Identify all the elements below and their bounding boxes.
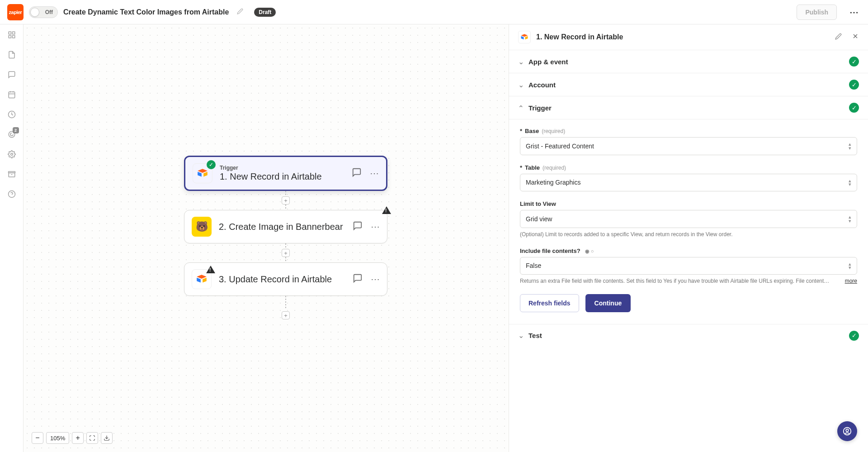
section-app-event[interactable]: ⌄ App & event ✓	[509, 50, 868, 73]
flow-node-trigger[interactable]: ✓ Trigger 1. New Record in Airtable ⋯	[184, 156, 387, 191]
panel-header: 1. New Record in Airtable	[509, 24, 868, 50]
svg-rect-2	[9, 36, 11, 38]
trigger-section-body: *Base(required) Grist - Featured Content…	[509, 119, 868, 324]
flow-node-action-1[interactable]: 🐻 2. Create Image in Bannerbear ⋯	[184, 210, 387, 243]
add-step-button[interactable]: +	[282, 311, 290, 319]
status-badge: Draft	[254, 8, 276, 17]
close-panel-icon[interactable]	[852, 33, 859, 42]
add-step-button[interactable]: +	[282, 196, 290, 205]
archive-icon[interactable]	[7, 169, 17, 179]
top-bar: zapier Off Create Dynamic Text Color Ima…	[0, 0, 868, 24]
config-panel: 1. New Record in Airtable ⌄ App & event …	[509, 24, 868, 452]
section-test[interactable]: ⌄ Test ✓	[509, 324, 868, 347]
field-table: *Table(required) Marketing Graphics ▴▾	[520, 164, 857, 192]
canvas[interactable]: ✓ Trigger 1. New Record in Airtable ⋯ + …	[24, 24, 509, 452]
chevron-down-icon: ⌄	[518, 81, 524, 89]
svg-rect-0	[9, 32, 11, 34]
node-title: 1. New Record in Airtable	[220, 171, 344, 182]
connector: +	[285, 191, 286, 210]
section-trigger[interactable]: ⌄ Trigger ✓	[509, 96, 868, 119]
toggle-knob	[30, 8, 39, 17]
settings-icon[interactable]	[7, 149, 17, 159]
limit-view-dropdown[interactable]: Grid view ▴▾	[520, 210, 857, 228]
status-check-icon: ✓	[207, 160, 216, 169]
grid-icon[interactable]	[7, 30, 17, 40]
check-icon: ✓	[849, 103, 859, 113]
clock-icon[interactable]	[7, 109, 17, 119]
check-icon: ✓	[849, 57, 859, 67]
caret-icon: ▴▾	[849, 215, 851, 223]
field-base: *Base(required) Grist - Featured Content…	[520, 128, 857, 155]
zoom-in-button[interactable]: +	[72, 432, 84, 444]
toggle-label: Off	[45, 9, 53, 15]
caret-icon: ▴▾	[849, 179, 851, 187]
add-step-button[interactable]: +	[282, 249, 290, 257]
refresh-fields-button[interactable]: Refresh fields	[520, 294, 579, 312]
node-title: 3. Update Record in Airtable	[219, 274, 345, 285]
chevron-down-icon: ⌄	[518, 331, 524, 340]
field-type-radios[interactable]: ◉ ○	[585, 248, 594, 254]
airtable-icon	[518, 31, 531, 43]
section-account[interactable]: ⌄ Account ✓	[509, 73, 868, 96]
left-rail: 2	[0, 24, 24, 452]
svg-rect-4	[9, 92, 15, 98]
bannerbear-icon: 🐻	[192, 217, 212, 237]
rename-step-icon[interactable]	[835, 33, 842, 42]
caret-icon: ▴▾	[849, 142, 851, 150]
chevron-down-icon: ⌄	[518, 57, 524, 66]
node-comment-icon[interactable]	[353, 221, 363, 233]
calendar-icon[interactable]	[7, 90, 17, 100]
zoom-out-button[interactable]: −	[32, 432, 43, 444]
check-icon: ✓	[849, 331, 859, 341]
file-contents-dropdown[interactable]: False ▴▾	[520, 257, 857, 275]
versions-icon[interactable]: 2	[7, 129, 17, 139]
more-link[interactable]: more	[845, 277, 857, 285]
more-menu-icon[interactable]: ⋯	[848, 5, 861, 19]
zoom-value[interactable]: 105%	[46, 432, 69, 444]
svg-rect-12	[8, 171, 15, 173]
svg-point-10	[10, 153, 13, 156]
node-more-icon[interactable]: ⋯	[370, 168, 379, 179]
download-button[interactable]	[101, 432, 113, 444]
enable-toggle[interactable]: Off	[29, 6, 58, 18]
node-title: 2. Create Image in Bannerbear	[219, 221, 345, 233]
fit-screen-button[interactable]	[86, 432, 98, 444]
zapier-logo[interactable]: zapier	[7, 4, 24, 20]
edit-title-icon[interactable]	[237, 8, 243, 16]
field-limit-view: Limit to View Grid view ▴▾ (Optional) Li…	[520, 200, 857, 238]
svg-rect-1	[12, 32, 14, 34]
comment-icon[interactable]	[7, 70, 17, 80]
node-kicker: Trigger	[220, 165, 344, 171]
caret-icon: ▴▾	[849, 262, 851, 270]
status-warn-icon	[206, 266, 215, 273]
help-fab[interactable]	[837, 421, 857, 441]
document-icon[interactable]	[7, 50, 17, 60]
svg-rect-3	[12, 36, 14, 38]
chevron-up-icon: ⌄	[518, 104, 524, 112]
node-comment-icon[interactable]	[352, 167, 362, 180]
node-more-icon[interactable]: ⋯	[371, 274, 380, 285]
base-dropdown[interactable]: Grist - Featured Content ▴▾	[520, 137, 857, 155]
status-warn-icon	[382, 206, 391, 214]
publish-button[interactable]: Publish	[797, 5, 837, 20]
connector: +	[285, 243, 286, 262]
node-more-icon[interactable]: ⋯	[371, 221, 380, 232]
airtable-icon: ✓	[193, 163, 212, 183]
svg-point-19	[846, 429, 849, 432]
help-icon[interactable]	[7, 189, 17, 199]
table-dropdown[interactable]: Marketing Graphics ▴▾	[520, 174, 857, 192]
field-hint: Returns an extra File field with file co…	[520, 277, 857, 285]
airtable-icon	[192, 269, 212, 289]
node-comment-icon[interactable]	[353, 273, 363, 285]
flow-container: ✓ Trigger 1. New Record in Airtable ⋯ + …	[184, 156, 387, 319]
zoom-controls: − 105% +	[32, 432, 113, 444]
field-file-contents: Include file contents?◉ ○ False ▴▾ Retur…	[520, 247, 857, 285]
panel-title: 1. New Record in Airtable	[536, 33, 825, 41]
connector-tail	[285, 296, 286, 309]
field-hint: (Optional) Limit to records added to a s…	[520, 231, 857, 238]
zap-title: Create Dynamic Text Color Images from Ai…	[63, 8, 229, 16]
flow-node-action-2[interactable]: 3. Update Record in Airtable ⋯	[184, 262, 387, 296]
check-icon: ✓	[849, 80, 859, 90]
continue-button[interactable]: Continue	[585, 294, 631, 312]
